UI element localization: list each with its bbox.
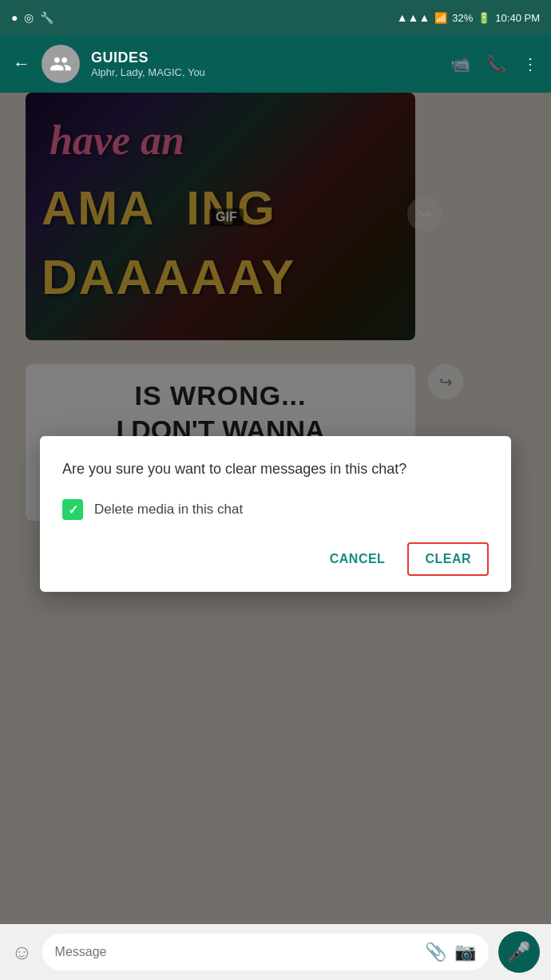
- notification-icon: ●: [11, 11, 18, 24]
- more-options-button[interactable]: ⋮: [522, 54, 538, 73]
- signal-icon: 📶: [434, 12, 447, 24]
- header-info: GUIDES Alphr, Lady, MAGIC, You: [91, 50, 439, 78]
- group-avatar-icon: [50, 53, 72, 75]
- chat-area: have an AMAZING GIF DAAAAAY ↪ IS WRONG..…: [0, 93, 551, 924]
- clear-chat-dialog: Are you sure you want to clear messages …: [40, 436, 511, 592]
- bottom-bar: ☺ 📎 📷 🎤: [0, 924, 551, 980]
- wifi-icon: ▲▲▲: [397, 11, 430, 24]
- battery-level: 32%: [452, 12, 473, 24]
- chat-title: GUIDES: [91, 50, 439, 66]
- clear-button[interactable]: CLEAR: [407, 542, 489, 576]
- video-call-button[interactable]: 📹: [450, 54, 470, 73]
- voice-call-button[interactable]: 📞: [486, 54, 506, 73]
- emoji-button[interactable]: ☺: [11, 940, 33, 965]
- dialog-actions: CANCEL CLEAR: [62, 542, 489, 576]
- group-avatar[interactable]: [42, 45, 80, 83]
- status-bar: ● ◎ 🔧 ▲▲▲ 📶 32% 🔋 10:40 PM: [0, 0, 551, 35]
- time: 10:40 PM: [495, 12, 540, 24]
- message-input[interactable]: [55, 945, 417, 959]
- attach-button[interactable]: 📎: [425, 942, 446, 962]
- checkmark-icon: ✓: [68, 502, 78, 518]
- cancel-button[interactable]: CANCEL: [314, 542, 402, 576]
- header-actions: 📹 📞 ⋮: [450, 54, 538, 73]
- camera-button[interactable]: 📷: [454, 942, 476, 962]
- battery-icon: 🔋: [478, 12, 490, 24]
- back-button[interactable]: ←: [13, 54, 30, 74]
- chat-members: Alphr, Lady, MAGIC, You: [91, 66, 439, 78]
- settings-icon: 🔧: [40, 11, 54, 24]
- message-input-container: 📎 📷: [42, 934, 489, 970]
- messenger-icon: ◎: [24, 11, 34, 24]
- mic-icon: 🎤: [507, 941, 531, 963]
- delete-media-checkbox[interactable]: ✓: [62, 499, 83, 520]
- status-bar-left-icons: ● ◎ 🔧: [11, 11, 54, 24]
- delete-media-label: Delete media in this chat: [94, 502, 243, 518]
- status-bar-right-icons: ▲▲▲ 📶 32% 🔋 10:40 PM: [397, 11, 540, 24]
- mic-button[interactable]: 🎤: [498, 931, 540, 973]
- delete-media-checkbox-row[interactable]: ✓ Delete media in this chat: [62, 499, 489, 520]
- chat-header: ← GUIDES Alphr, Lady, MAGIC, You 📹 📞 ⋮: [0, 35, 551, 93]
- dialog-message-text: Are you sure you want to clear messages …: [62, 458, 489, 480]
